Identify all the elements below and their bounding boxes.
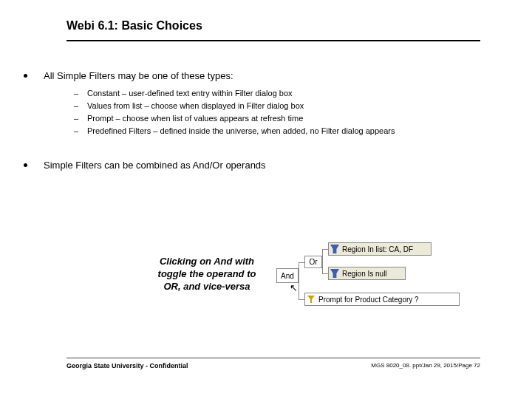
bullet-1-text: All Simple Filters may be one of these t…: [44, 70, 233, 81]
filter-icon: [330, 269, 339, 278]
title-underline: [66, 40, 480, 41]
bullet-2: Simple Filters can be combined as And/Or…: [24, 160, 266, 171]
filter-prompt-product-category[interactable]: Prompt for Product Category ?: [304, 293, 460, 306]
bullet-dot: [24, 74, 27, 78]
cursor-icon: ↖: [290, 282, 298, 293]
footer-right: MGS 8020_08. ppt/Jan 29, 2015/Page 72: [371, 362, 480, 369]
filter-region-inlist[interactable]: Region In list: CA, DF: [328, 242, 432, 256]
footer-rule: [66, 358, 480, 358]
slide-title: Webi 6.1: Basic Choices: [66, 19, 202, 33]
callout-text: Clicking on And with toggle the operand …: [151, 255, 262, 293]
sub-bullet-c: –Prompt – choose when list of values app…: [65, 112, 395, 125]
sub-bullet-a: –Constant – user-defined text entry with…: [65, 87, 395, 100]
sub-bullet-list: –Constant – user-defined text entry with…: [65, 87, 395, 137]
filter-icon: [330, 245, 339, 253]
bullet-2-text: Simple Filters can be combined as And/Or…: [44, 160, 266, 171]
funnel-icon: [307, 295, 316, 304]
sub-bullet-d: –Predefined Filters – defined inside the…: [65, 125, 395, 137]
and-operator[interactable]: And: [276, 268, 299, 283]
bullet-1: All Simple Filters may be one of these t…: [24, 70, 233, 81]
footer-left: Georgia State University - Confidential: [66, 362, 188, 369]
bullet-dot: [24, 163, 27, 167]
or-operator[interactable]: Or: [304, 256, 322, 268]
filter-region-isnull[interactable]: Region Is null: [328, 267, 406, 280]
sub-bullet-b: –Values from list – choose when displaye…: [65, 100, 395, 112]
